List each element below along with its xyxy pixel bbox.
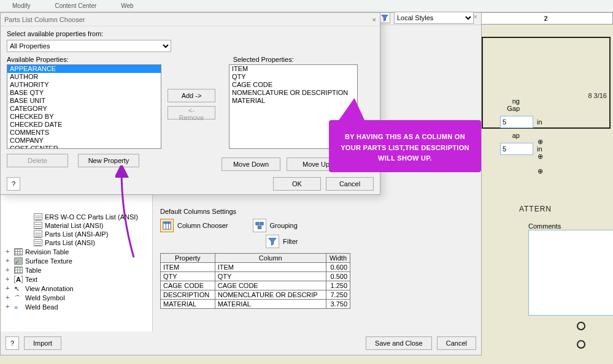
list-item[interactable]: AUTHORITY <box>7 81 161 89</box>
tree-item[interactable]: +↖View Annotation <box>2 284 151 293</box>
tree-item[interactable]: +Weld Bead <box>2 302 151 311</box>
list-item[interactable]: COMPANY <box>7 137 161 145</box>
table-icon <box>14 248 23 256</box>
help-button[interactable]: ? <box>6 336 19 350</box>
help-icon: ? <box>12 180 15 188</box>
tree-item[interactable]: +Revision Table <box>2 247 151 256</box>
tree-item[interactable]: +Text <box>2 275 151 284</box>
tree-item[interactable]: +Table <box>2 265 151 275</box>
col-header-width: Width <box>326 254 350 263</box>
cell: 3.750 <box>326 300 350 309</box>
expand-icon[interactable]: + <box>6 284 12 292</box>
table-row[interactable]: ITEMITEM0.600 <box>161 263 350 272</box>
tree-item-label: ERS W-O CC Parts List (ANSI) <box>45 213 138 221</box>
tree-item-label: Parts List (ANSI-AIP) <box>45 230 108 238</box>
tree-item[interactable]: Parts List (ANSI-AIP) <box>2 230 151 238</box>
tree-item-label: View Annotation <box>25 285 74 292</box>
tree-item[interactable]: +Surface Texture <box>2 256 151 265</box>
tree-item[interactable]: ERS W-O CC Parts List (ANSI) <box>2 213 151 221</box>
unit-label: in <box>537 118 542 126</box>
add-button[interactable]: Add -> <box>168 89 215 102</box>
cancel-button[interactable]: Cancel <box>326 177 374 191</box>
expand-icon[interactable]: + <box>6 266 12 274</box>
cell: CAGE CODE <box>215 281 326 290</box>
annotation-callout: BY HAVING THIS AS A COLUMN ON YOUR PARTS… <box>329 120 481 172</box>
cell: MATERIAL <box>161 300 215 309</box>
list-item[interactable]: QTY <box>229 73 357 81</box>
import-button[interactable]: Import <box>24 336 61 350</box>
columns-table[interactable]: Property Column Width ITEMITEM0.600 QTYQ… <box>160 253 350 309</box>
close-icon[interactable]: × <box>372 16 376 23</box>
cancel-button[interactable]: Cancel <box>437 336 476 350</box>
expand-icon[interactable]: + <box>6 303 12 311</box>
holes <box>577 322 585 349</box>
filter-button[interactable]: Filter <box>266 235 298 248</box>
list-item[interactable]: BASE UNIT <box>7 97 161 105</box>
styles-scope-select[interactable]: Local Styles <box>394 12 474 24</box>
heading-gap-input[interactable] <box>500 116 533 128</box>
annotation-text: BY HAVING THIS AS A COLUMN ON YOUR PARTS… <box>341 133 469 162</box>
select-from-label: Select available properties from: <box>7 30 374 37</box>
list-item[interactable]: COMMENTS <box>7 129 161 137</box>
ribbon-tab[interactable]: Content Center <box>55 2 96 9</box>
list-item[interactable]: CATEGORY <box>7 105 161 113</box>
new-property-button[interactable]: New Property <box>78 154 139 167</box>
dialog-titlebar[interactable]: Parts List Column Chooser × <box>1 13 380 26</box>
ribbon-tab[interactable]: Web <box>121 2 133 9</box>
expand-icon[interactable]: + <box>6 248 12 256</box>
row-gap-label: ap <box>500 132 520 139</box>
cell: ITEM <box>215 263 326 272</box>
table-row[interactable]: CAGE CODECAGE CODE1.250 <box>161 281 350 290</box>
list-item[interactable]: MATERIAL <box>229 97 357 105</box>
remove-button[interactable]: <- Remove <box>168 106 215 119</box>
list-icon <box>34 213 42 221</box>
list-icon <box>34 239 42 246</box>
list-item[interactable]: CHECKED DATE <box>7 121 161 129</box>
table-row[interactable]: DESCRIPTIONNOMENCLATURE OR DESCRIP7.250 <box>161 290 350 300</box>
tree-item-label: Revision Table <box>25 248 69 256</box>
table-row[interactable]: QTYQTY0.500 <box>161 272 350 281</box>
cell: MATERIAL <box>215 300 326 309</box>
tree-item[interactable]: Parts List (ANSI) <box>2 238 151 247</box>
filter-icon[interactable] <box>379 12 390 23</box>
list-icon <box>34 230 42 238</box>
expand-icon[interactable]: + <box>6 294 12 301</box>
available-properties-list[interactable]: APPEARANCE AUTHOR AUTHORITY BASE QTY BAS… <box>7 64 161 149</box>
filter-label: Filter <box>283 238 298 245</box>
list-item[interactable]: BASE QTY <box>7 89 161 97</box>
expand-icon[interactable]: + <box>6 257 12 265</box>
tree-item[interactable]: Material List (ANSI) <box>2 221 151 230</box>
list-item[interactable]: COST CENTER <box>7 145 161 149</box>
grouping-button[interactable]: Grouping <box>253 219 298 232</box>
heading-gap-label: ng Gap <box>500 97 520 112</box>
list-item[interactable]: CHECKED BY <box>7 113 161 121</box>
cell: ITEM <box>161 263 215 272</box>
grouping-icon <box>253 219 266 232</box>
help-button[interactable]: ? <box>7 177 20 191</box>
move-down-button[interactable]: Move Down <box>222 157 280 171</box>
list-item[interactable]: ITEM <box>229 65 357 73</box>
ok-button[interactable]: OK <box>273 177 321 191</box>
comments-label: Comments <box>528 222 613 230</box>
list-item[interactable]: CAGE CODE <box>229 81 357 89</box>
tree-item-label: Text <box>25 276 37 283</box>
delete-button[interactable]: Delete <box>7 154 68 167</box>
row-gap-input[interactable] <box>500 143 533 155</box>
list-item[interactable]: AUTHOR <box>7 73 161 81</box>
comments-textarea[interactable] <box>528 230 613 316</box>
hole-icon <box>577 340 585 349</box>
column-chooser-button[interactable]: Column Chooser <box>160 219 228 232</box>
table-row[interactable]: MATERIALMATERIAL3.750 <box>161 300 350 309</box>
close-icon[interactable]: × <box>474 13 477 20</box>
tree-item-label: Parts List (ANSI) <box>45 239 95 246</box>
list-item[interactable]: APPEARANCE <box>7 65 161 73</box>
expand-icon[interactable]: + <box>6 275 12 283</box>
grouping-label: Grouping <box>270 222 298 229</box>
ribbon-tab[interactable]: Modify <box>12 2 30 9</box>
tree-item[interactable]: +Weld Symbol <box>2 293 151 302</box>
save-and-close-button[interactable]: Save and Close <box>366 336 432 350</box>
svg-rect-1 <box>163 222 171 224</box>
list-item[interactable]: NOMENCLATURE OR DESCRIPTION <box>229 89 357 97</box>
text-icon <box>14 276 23 283</box>
property-source-select[interactable]: All Properties <box>7 40 171 52</box>
